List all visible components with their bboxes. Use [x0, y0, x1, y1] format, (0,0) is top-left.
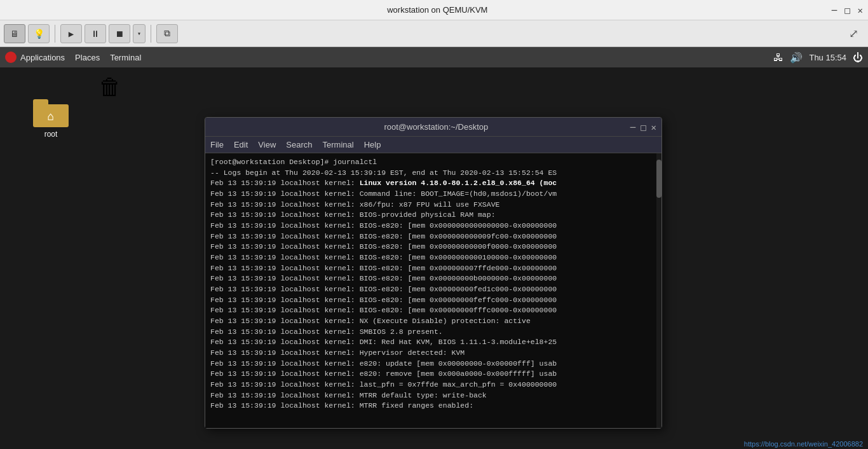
vm-window-controls: ─ □ ✕ [832, 5, 863, 15]
taskbar-clock: Thu 15:54 [809, 53, 846, 62]
terminal-menu-help[interactable]: Help [364, 140, 381, 149]
desktop-taskbar: Applications Places Terminal 🖧 🔊 Thu 15:… [0, 47, 868, 67]
toolbar-dropdown-button[interactable]: ▾ [133, 24, 146, 43]
taskbar-right-section: 🖧 🔊 Thu 15:54 ⏻ [773, 52, 863, 64]
toolbar-play-button[interactable]: ▶ [60, 24, 82, 43]
taskbar-volume-icon[interactable]: 🔊 [790, 52, 803, 64]
terminal-menu-view[interactable]: View [258, 140, 276, 149]
terminal-menu-search[interactable]: Search [286, 140, 312, 149]
toolbar-lightbulb-button[interactable]: 💡 [28, 24, 50, 43]
toolbar-separator-2 [151, 25, 151, 43]
toolbar-monitor-button[interactable]: 🖥 [4, 24, 25, 43]
watermark: https://blog.csdn.net/weixin_42006882 [744, 440, 863, 448]
taskbar-terminal[interactable]: Terminal [110, 53, 141, 62]
applications-label[interactable]: Applications [20, 53, 65, 62]
toolbar-separator-1 [55, 25, 55, 43]
toolbar-pause-button[interactable]: ⏸ [85, 24, 106, 43]
terminal-window-controls: ─ □ ✕ [630, 122, 656, 132]
terminal-scrollbar[interactable] [656, 153, 661, 428]
desktop-paper-icon: 🗑 [98, 74, 121, 100]
terminal-minimize-button[interactable]: ─ [630, 122, 635, 132]
folder-icon: ⌂ [33, 99, 69, 127]
terminal-title: root@workstation:~/Desktop [242, 122, 630, 132]
taskbar-applications[interactable]: Applications [5, 52, 65, 63]
terminal-window: root@workstation:~/Desktop ─ □ ✕ File Ed… [205, 117, 662, 429]
terminal-menu-file[interactable]: File [210, 140, 224, 149]
terminal-content[interactable]: [root@workstation Desktop]# journalctl -… [205, 153, 661, 428]
taskbar-power-icon[interactable]: ⏻ [853, 52, 863, 64]
toolbar: 🖥 💡 ▶ ⏸ ⏹ ▾ ⧉ ⤢ [0, 20, 868, 47]
scrollbar-thumb[interactable] [656, 160, 661, 198]
desktop-root-folder[interactable]: ⌂ root [25, 99, 76, 139]
toolbar-stop-button[interactable]: ⏹ [109, 24, 130, 43]
terminal-close-button[interactable]: ✕ [651, 122, 656, 132]
taskbar-network-icon[interactable]: 🖧 [773, 52, 783, 64]
vm-title: workstation on QEMU/KVM [43, 5, 832, 15]
vm-titlebar: workstation on QEMU/KVM ─ □ ✕ [0, 0, 868, 20]
home-icon: ⌂ [48, 109, 55, 123]
terminal-menu-terminal[interactable]: Terminal [323, 140, 354, 149]
desktop: ⌂ root 🗑 root@workstation:~/Desktop ─ □ … [0, 67, 868, 449]
applications-icon [5, 52, 17, 63]
vm-minimize-button[interactable]: ─ [832, 5, 837, 15]
terminal-line-1: [root@workstation Desktop]# journalctl -… [210, 158, 557, 410]
terminal-titlebar: root@workstation:~/Desktop ─ □ ✕ [205, 118, 661, 137]
vm-restore-button[interactable]: □ [844, 5, 850, 15]
toolbar-screenshot-button[interactable]: ⧉ [156, 24, 178, 43]
vm-close-button[interactable]: ✕ [858, 5, 863, 15]
taskbar-places[interactable]: Places [75, 53, 100, 62]
terminal-menu: File Edit View Search Terminal Help [205, 137, 661, 153]
folder-label: root [44, 130, 58, 139]
terminal-menu-edit[interactable]: Edit [234, 140, 248, 149]
toolbar-fullscreen-button[interactable]: ⤢ [843, 24, 864, 43]
terminal-restore-button[interactable]: □ [641, 122, 646, 132]
terminal-output: [root@workstation Desktop]# journalctl -… [210, 157, 656, 411]
